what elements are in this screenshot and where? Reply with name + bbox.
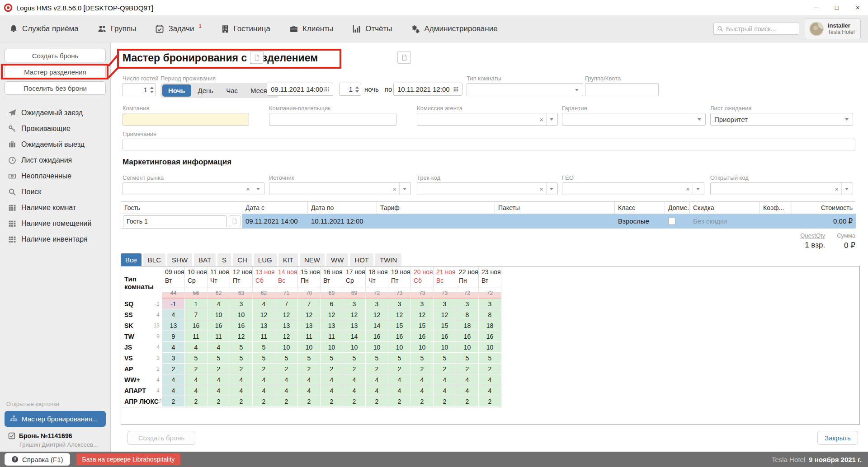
nights-down-icon[interactable] (355, 90, 359, 93)
quick-search-input[interactable] (726, 25, 796, 33)
guest-name-input[interactable] (123, 215, 227, 227)
chevron-down-icon (575, 89, 579, 91)
sidebar-item-inventory-availability[interactable]: Наличие инвентаря (0, 231, 110, 247)
tab-KIT[interactable]: KIT (278, 253, 298, 266)
guest-packages-cell[interactable] (495, 214, 615, 228)
minimize-button[interactable]: ─ (806, 0, 826, 15)
room-type-select[interactable] (467, 83, 583, 96)
close-wizard-button[interactable]: Закрыть (817, 431, 858, 445)
sidebar-item-expected-departure[interactable]: Ожидаемый выезд (0, 136, 110, 152)
clear-icon[interactable]: × (537, 113, 547, 125)
room-type-count: 3 (156, 355, 160, 361)
maximize-button[interactable]: □ (826, 0, 847, 15)
nav-item-tasks[interactable]: Задачи1 (155, 24, 201, 33)
tab-BLC[interactable]: BLC (143, 253, 165, 266)
database-server-button[interactable]: База на сервере Librahospitality (76, 453, 181, 465)
nights-up-icon[interactable] (355, 86, 359, 89)
totals-block: QuestQty 1 взр. Сумма 0 ₽ (800, 232, 855, 250)
quick-search[interactable] (713, 23, 799, 35)
sidebar-item-unpaid[interactable]: Неоплаченные (0, 168, 110, 184)
nav-item-clients[interactable]: Клиенты (289, 24, 333, 33)
sidebar-item-waiting-list[interactable]: Лист ожидания (0, 152, 110, 168)
guarantee-select[interactable] (562, 113, 706, 126)
sidebar-action-checkin-without-booking[interactable]: Поселить без брони (5, 81, 106, 95)
notes-text[interactable] (123, 139, 855, 150)
nav-item-administration[interactable]: Администрирование (411, 24, 497, 33)
availability-cell: 9 (162, 331, 184, 342)
tab-BAT[interactable]: BAT (194, 253, 216, 266)
extra-checkbox[interactable] (668, 218, 675, 225)
nav-item-hotel[interactable]: Гостиница (221, 24, 270, 33)
clear-icon[interactable]: × (683, 183, 693, 195)
create-booking-button[interactable]: Создать бронь (127, 431, 195, 445)
tab-NEW[interactable]: NEW (300, 253, 325, 266)
guest-class-cell[interactable]: Взрослые (615, 214, 665, 228)
sidebar-item-room-availability[interactable]: Наличие комнат (0, 200, 110, 215)
open-card-booking[interactable]: Бронь №1141696 Гришин Дмитрий Алексеев..… (8, 432, 106, 448)
tab-SHW[interactable]: SHW (167, 253, 192, 266)
nav-item-reception[interactable]: Служба приёма (9, 24, 79, 33)
clear-icon[interactable]: × (243, 183, 253, 195)
payer-card-button[interactable] (397, 51, 411, 64)
guest-discount-cell[interactable]: Без скидки (690, 214, 760, 228)
notes-input[interactable] (123, 139, 855, 150)
clear-icon[interactable]: × (832, 183, 842, 195)
guest-coef-cell[interactable] (760, 214, 792, 228)
source-select[interactable]: × (269, 182, 411, 195)
tab-LUG[interactable]: LUG (254, 253, 277, 266)
clear-icon[interactable]: × (390, 183, 400, 195)
payer-input[interactable] (269, 113, 396, 126)
agent-commission-select[interactable]: × (417, 113, 558, 126)
clear-icon[interactable]: × (537, 183, 547, 195)
availability-cell: 2 (252, 364, 275, 374)
tab-CH[interactable]: CH (233, 253, 252, 266)
geo-select[interactable]: × (562, 182, 704, 195)
availability-cell: 4 (252, 374, 275, 385)
guest-card-button[interactable] (229, 215, 241, 227)
open-card-booking-wizard[interactable]: Мастер бронирования... (5, 411, 106, 427)
close-button[interactable]: × (847, 0, 868, 15)
guest-date-to-cell[interactable]: 10.11.2021 12:00 (308, 214, 377, 228)
sidebar-item-space-availability[interactable]: Наличие помещений (0, 215, 110, 231)
sidebar-item-in-house[interactable]: Проживающие (0, 121, 110, 136)
sidebar-item-expected-arrival[interactable]: Ожидаемый заезд (0, 105, 110, 121)
open-code-select[interactable]: × (710, 182, 853, 195)
group-quota-input[interactable] (585, 83, 659, 96)
tab-S[interactable]: S (217, 253, 231, 266)
market-segment-select[interactable]: × (123, 182, 264, 195)
tab-HOT[interactable]: HOT (350, 253, 373, 266)
guest-tariff-cell[interactable] (377, 214, 495, 228)
user-card[interactable]: installer Tesla Hotel (805, 19, 861, 39)
period-option-Час[interactable]: Час (220, 84, 244, 97)
tab-Все[interactable]: Все (121, 253, 142, 266)
date-to-input[interactable]: 10.11.2021 12:00 (393, 83, 462, 96)
payer-text[interactable] (269, 113, 396, 125)
sidebar-action-split-wizard[interactable]: Мастер разделения (5, 65, 106, 79)
period-option-Ночь[interactable]: Ночь (162, 84, 191, 97)
group-quota-text[interactable] (585, 84, 658, 96)
date-picker-icon[interactable] (453, 86, 459, 92)
availability-cell: 2 (410, 396, 433, 407)
help-button[interactable]: ? Справка (F1) (5, 453, 70, 466)
nav-item-groups[interactable]: Группы (98, 24, 137, 33)
waitlist-select[interactable]: Приоритет (710, 113, 853, 126)
company-card-button[interactable] (250, 51, 264, 64)
guests-stepper[interactable] (123, 83, 156, 96)
guests-up-icon[interactable] (150, 87, 154, 89)
guests-down-icon[interactable] (150, 91, 154, 93)
guests-label: Число гостей (123, 75, 156, 82)
date-picker-icon[interactable] (324, 86, 330, 92)
company-input[interactable] (123, 113, 249, 126)
sidebar-item-search[interactable]: Поиск (0, 184, 110, 200)
nights-stepper[interactable] (339, 83, 361, 96)
company-text[interactable] (123, 113, 249, 125)
date-from-input[interactable]: 09.11.2021 14:00 (267, 83, 333, 96)
tab-TWIN[interactable]: TWIN (375, 253, 401, 266)
period-option-День[interactable]: День (192, 84, 220, 97)
track-code-select[interactable]: × (417, 182, 558, 195)
availability-cell: 2 (297, 396, 320, 407)
tab-WW[interactable]: WW (326, 253, 348, 266)
guest-date-from-cell[interactable]: 09.11.2021 14:00 (242, 214, 308, 228)
sidebar-action-create-booking[interactable]: Создать бронь (5, 49, 106, 62)
nav-item-reports[interactable]: Отчёты (352, 24, 392, 33)
